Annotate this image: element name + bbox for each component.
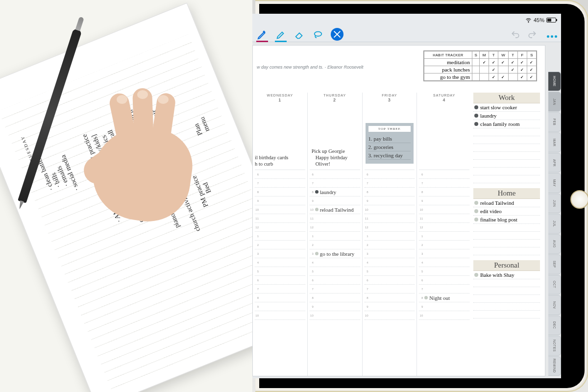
- tab-jan[interactable]: JAN: [548, 92, 561, 111]
- svg-point-1: [315, 32, 322, 36]
- work-section: Work start slow cookerlaundryclean famil…: [473, 93, 540, 183]
- task-item[interactable]: edit video: [473, 207, 540, 216]
- app-toolbar: [252, 26, 561, 42]
- tab-mar[interactable]: MAR: [548, 132, 561, 152]
- shapes-tool[interactable]: [331, 28, 343, 41]
- task-item[interactable]: finalise blog post: [473, 216, 540, 224]
- home-section: Home reload Tailwindedit videofinalise b…: [473, 188, 540, 255]
- tab-apr[interactable]: APR: [548, 153, 561, 172]
- ipad-screen: 45% w day comes new strength and ts. - E…: [252, 14, 561, 378]
- task-item[interactable]: reload Tailwind: [473, 199, 540, 207]
- day-sat[interactable]: SATURDAY4678910111212345678Night out910: [416, 93, 471, 376]
- side-lists: Work start slow cookerlaundryclean famil…: [473, 93, 540, 372]
- day-wed[interactable]: WEDNESDAY1il birthday cardsh to curb6789…: [253, 93, 307, 376]
- eraser-tool[interactable]: [294, 28, 305, 42]
- tab-dec[interactable]: DEC: [548, 316, 561, 335]
- ipad-side: 45% w day comes new strength and ts. - E…: [252, 0, 588, 392]
- lasso-tool[interactable]: [312, 28, 324, 42]
- battery-percent: 45%: [534, 17, 544, 23]
- tab-sep[interactable]: SEP: [548, 254, 561, 274]
- highlighter-tool[interactable]: [275, 28, 287, 42]
- tab-remind[interactable]: REMIND: [548, 356, 561, 376]
- hand-illustration: [78, 98, 206, 235]
- undo-button[interactable]: [511, 30, 520, 40]
- pen-tool[interactable]: [256, 28, 268, 42]
- habit-tracker[interactable]: HABIT TRACKERSMTWTFSmeditationpack lunch…: [423, 50, 537, 81]
- more-menu[interactable]: [547, 35, 557, 38]
- task-item[interactable]: start slow cooker: [473, 103, 540, 112]
- week-columns: WEDNESDAY1il birthday cardsh to curb6789…: [253, 93, 471, 376]
- tab-aug[interactable]: AUG: [548, 234, 561, 254]
- redo-button[interactable]: [527, 30, 537, 40]
- planner-page[interactable]: w day comes new strength and ts. - Elean…: [252, 45, 545, 376]
- task-item[interactable]: clean family room: [473, 120, 540, 128]
- month-tabs: HOMEJANFEBMARAPRMAYJUNJULAUGSEPOCTNOVDEC…: [548, 72, 561, 376]
- battery-icon: [546, 18, 556, 23]
- wifi-icon: [525, 17, 532, 24]
- tab-jul[interactable]: JUL: [548, 214, 561, 233]
- day-thu[interactable]: THURSDAY2Pick up GeorgieHappy birthdayOl…: [307, 93, 362, 376]
- status-bar: 45%: [252, 14, 561, 26]
- paper-planner-photo: TUESDAY · clean baths · bills · emails ·…: [0, 0, 252, 392]
- day-fri[interactable]: FRIDAY3TOP THREE1. pay bills2. groceries…: [362, 93, 417, 376]
- svg-point-0: [528, 22, 529, 22]
- tab-notes[interactable]: NOTES: [548, 336, 561, 355]
- tab-home[interactable]: HOME: [548, 72, 561, 91]
- tab-nov[interactable]: NOV: [548, 295, 561, 315]
- tab-jun[interactable]: JUN: [548, 194, 561, 213]
- quote-text: w day comes new strength and ts. - Elean…: [257, 64, 389, 70]
- tab-may[interactable]: MAY: [548, 173, 561, 193]
- tab-oct[interactable]: OCT: [548, 275, 561, 294]
- ipad-home-button[interactable]: [570, 190, 588, 209]
- personal-section: Personal Bake with Shay: [473, 260, 540, 318]
- tab-feb[interactable]: FEB: [548, 112, 561, 132]
- task-item[interactable]: laundry: [473, 112, 540, 120]
- task-item[interactable]: Bake with Shay: [473, 271, 540, 279]
